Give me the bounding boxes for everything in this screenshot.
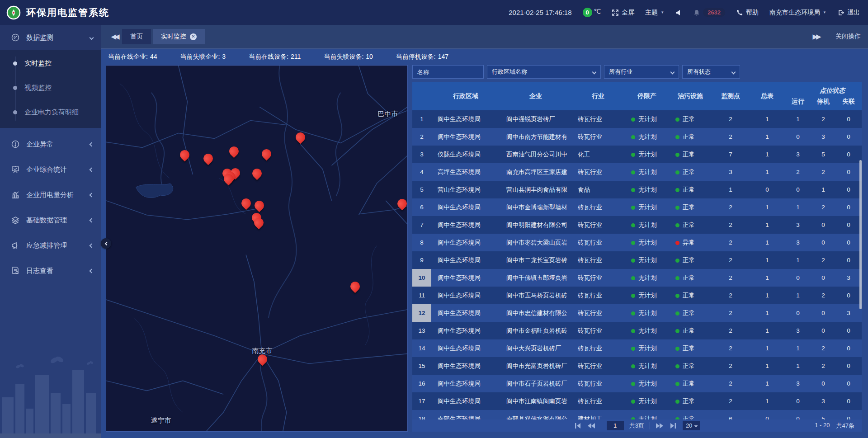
column-header-index — [412, 82, 431, 110]
sidebar-item-realtime-monitoring[interactable]: 实时监控 — [0, 51, 101, 75]
gauge-icon — [11, 33, 20, 42]
help-button[interactable]: 帮助 — [736, 9, 759, 17]
sidebar-item-data-monitoring[interactable]: 数据监测 — [0, 25, 101, 50]
page-number-input[interactable] — [607, 421, 624, 430]
table-row[interactable]: 7 阆中生态环境局 阆中明阳建材有限公司 砖瓦行业 无计划 正常 2 1 3 0… — [412, 216, 862, 234]
sidebar-item-emergency-reduction[interactable]: 应急减排管理 — [0, 233, 101, 258]
map-canvas[interactable]: 巴中市南充市遂宁市 — [106, 66, 407, 431]
page-size-value: 20 — [686, 422, 692, 429]
row-industry: 砖瓦行业 — [571, 292, 625, 300]
row-industry: 砖瓦行业 — [571, 115, 625, 123]
status-dot-icon — [631, 400, 635, 404]
first-page-button[interactable] — [574, 423, 582, 429]
organization-dropdown[interactable]: 南充市生态环境局 ▼ — [769, 9, 826, 17]
tab-home[interactable]: 首页 — [122, 29, 151, 44]
row-total-meters: 1 — [750, 239, 785, 246]
table-row[interactable]: 4 高坪生态环境局 南充市高坪区王家店建 砖瓦行业 无计划 正常 3 1 2 2… — [412, 163, 862, 181]
row-company: 南充市高坪区王家店建 — [500, 168, 571, 176]
row-industry: 砖瓦行业 — [571, 256, 625, 264]
table-row[interactable]: 15 阆中生态环境局 阆中市光富页岩机砖厂 砖瓦行业 无计划 正常 2 1 1 … — [412, 357, 862, 375]
table-row[interactable]: 8 阆中生态环境局 阆中市枣碧大梁山页岩 砖瓦行业 无计划 异常 2 1 3 0… — [412, 234, 862, 251]
row-limit-status: 无计划 — [625, 309, 669, 317]
column-header-lost: 失联 — [835, 98, 862, 106]
theme-dropdown[interactable]: 主题 ▼ — [645, 9, 664, 17]
row-industry: 砖瓦行业 — [571, 327, 625, 335]
table-scrollbar[interactable] — [859, 160, 862, 309]
row-index: 10 — [412, 269, 431, 287]
row-running-count: 1 — [785, 116, 811, 122]
status-dot-icon — [675, 382, 679, 386]
table-row[interactable]: 1 阆中生态环境局 阆中强锐页岩砖厂 砖瓦行业 无计划 正常 2 1 1 2 0 — [412, 110, 862, 128]
close-operations-button[interactable]: 关闭操作 — [835, 33, 861, 41]
stats-bar: 当前在线企业:44 当前失联企业:3 当前在线设备:211 当前失联设备:10 … — [101, 49, 868, 65]
table-row[interactable]: 2 阆中生态环境局 阆中市南方节能建材有 砖瓦行业 无计划 正常 2 1 0 3… — [412, 128, 862, 146]
table-row[interactable]: 9 阆中生态环境局 阆中市二龙长宝页岩砖 砖瓦行业 无计划 正常 2 1 1 2… — [412, 251, 862, 269]
table-row[interactable]: 3 仪陇生态环境局 西南油气田分公司川中 化工 无计划 正常 7 1 3 5 0 — [412, 146, 862, 163]
tab-close-icon[interactable]: ✕ — [190, 33, 197, 40]
table-row[interactable]: 16 阆中生态环境局 阆中市石子页岩机砖厂 砖瓦行业 无计划 正常 2 1 3 … — [412, 375, 862, 392]
table-row[interactable]: 6 阆中生态环境局 阆中市金博瑞新型墙材 砖瓦行业 无计划 正常 2 1 1 2… — [412, 198, 862, 216]
sidebar-item-base-data-management[interactable]: 基础数据管理 — [0, 207, 101, 233]
region-select[interactable]: 行政区域名称 — [487, 65, 601, 79]
table-row[interactable]: 14 阆中生态环境局 阆中大兴页岩机砖厂 砖瓦行业 无计划 正常 2 1 1 2… — [412, 339, 862, 357]
column-header-monitor: 监测点 — [712, 82, 750, 110]
tab-realtime-monitoring[interactable]: 实时监控 ✕ — [153, 29, 205, 44]
row-index: 13 — [412, 322, 431, 339]
name-search-field[interactable] — [412, 65, 484, 79]
row-lost-count: 0 — [835, 116, 862, 122]
row-running-count: 0 — [785, 310, 811, 316]
sidebar-item-power-load-detail[interactable]: 企业电力负荷明细 — [0, 100, 101, 124]
column-header-industry: 行业 — [571, 82, 625, 110]
sidebar-item-power-usage-analysis[interactable]: 企业用电量分析 — [0, 182, 101, 207]
row-running-count: 0 — [785, 274, 811, 281]
industry-select[interactable]: 所有行业 — [604, 65, 679, 79]
row-district: 阆中生态环境局 — [431, 239, 500, 247]
map-city-label: 南充市 — [252, 347, 273, 355]
table-row[interactable]: 5 营山生态环境局 营山县润丰肉食品有限 食品 无计划 正常 1 0 0 1 0 — [412, 181, 862, 198]
next-page-button[interactable] — [656, 423, 664, 429]
sound-button[interactable] — [675, 9, 682, 16]
last-page-button[interactable] — [669, 423, 677, 429]
status-dot-icon — [675, 170, 679, 174]
notifications[interactable]: 2632 — [693, 8, 725, 17]
stat-stopped-devices: 当前停机设备:147 — [394, 53, 448, 61]
chevron-down-icon — [90, 35, 94, 40]
tab-label: 首页 — [130, 33, 143, 41]
table-row[interactable]: 10 阆中生态环境局 阆中千佛镇五郎垭页岩 砖瓦行业 无计划 正常 2 1 0 … — [412, 269, 862, 287]
sidebar-item-enterprise-anomaly[interactable]: 企业异常 — [0, 132, 101, 157]
row-running-count: 3 — [785, 327, 811, 334]
row-index: 12 — [412, 304, 431, 322]
row-total-meters: 1 — [750, 363, 785, 369]
tabs-scroll-left-button[interactable]: ◀◀ — [107, 33, 122, 41]
row-lost-count: 0 — [835, 186, 862, 193]
row-monitor-points: 2 — [712, 204, 750, 211]
sidebar-item-log-view[interactable]: 日志查看 — [0, 258, 101, 283]
logout-button[interactable]: 退出 — [837, 9, 860, 17]
status-dot-icon — [675, 188, 679, 192]
megaphone-icon — [11, 241, 20, 250]
table-row[interactable]: 12 阆中生态环境局 阆中市忠信建材有限公 砖瓦行业 无计划 正常 2 1 0 … — [412, 304, 862, 322]
table-row[interactable]: 13 阆中生态环境局 阆中市金福旺页岩机砖 砖瓦行业 无计划 正常 2 1 3 … — [412, 322, 862, 339]
temperature-unit: ℃ — [594, 8, 601, 15]
row-lost-count: 0 — [835, 239, 862, 246]
table-row[interactable]: 11 阆中生态环境局 阆中市五马桥页岩机砖 砖瓦行业 无计划 正常 2 1 1 … — [412, 287, 862, 304]
status-select[interactable]: 所有状态 — [682, 65, 740, 79]
group-header-label: 点位状态 — [785, 87, 862, 98]
sidebar-item-video-monitoring[interactable]: 视频监控 — [0, 75, 101, 100]
table-row[interactable]: 18 南部生态环境局 南部县双佛水泥有限公 建材加工 无计划 正常 6 0 0 … — [412, 410, 862, 419]
stat-value: 3 — [222, 53, 226, 60]
table-row[interactable]: 17 阆中生态环境局 阆中市江南镇阆南页岩 砖瓦行业 无计划 正常 2 1 0 … — [412, 392, 862, 410]
sidebar-collapse-button[interactable] — [101, 238, 111, 249]
tabs-scroll-right-button[interactable]: ▶▶ — [808, 33, 824, 41]
help-label: 帮助 — [746, 9, 759, 17]
row-lost-count: 0 — [835, 363, 862, 369]
name-search-input[interactable] — [417, 69, 479, 75]
sidebar-item-label: 实时监控 — [24, 59, 52, 68]
previous-page-button[interactable] — [587, 423, 595, 429]
status-dot-icon — [631, 206, 635, 210]
sidebar-item-enterprise-statistics[interactable]: 企业综合统计 — [0, 157, 101, 182]
page-size-select[interactable]: 20 — [683, 421, 700, 430]
fullscreen-button[interactable]: 全屏 — [612, 9, 634, 17]
row-total-meters: 0 — [750, 186, 785, 193]
row-district: 阆中生态环境局 — [431, 292, 500, 300]
